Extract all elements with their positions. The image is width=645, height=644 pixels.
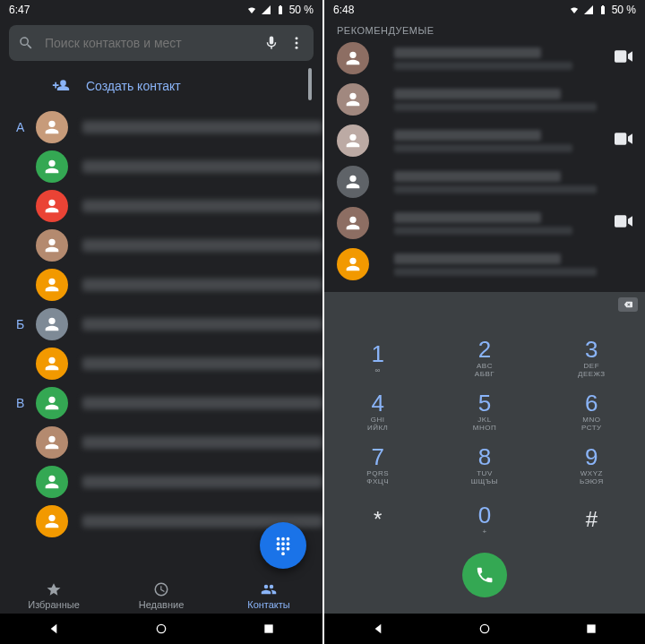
contact-name-blurred [82,200,322,212]
dialpad-fab[interactable] [260,522,306,569]
recommended-row[interactable] [324,120,645,161]
contact-name-blurred [82,318,322,331]
svg-point-6 [277,542,280,545]
contact-info-blurred [394,89,632,111]
contact-row[interactable]: . [0,265,322,305]
avatar [36,190,68,222]
recommended-row[interactable] [324,38,645,79]
dialpad-key-2[interactable]: 2ABC АБВГ [431,331,538,385]
contact-row[interactable]: . [0,147,322,186]
dialpad-key-4[interactable]: 4GHI ИЙКЛ [324,385,431,439]
call-button[interactable] [462,553,507,597]
contact-info-blurred [394,47,604,70]
contact-row[interactable]: Б [0,305,322,344]
nav-back[interactable] [371,622,385,636]
contacts-list[interactable]: А....Б.В... [0,107,322,580]
dialpad-key-1[interactable]: 1∞ [324,331,431,385]
avatar [36,348,68,380]
key-digit: 9 [585,445,598,468]
nav-back[interactable] [47,622,61,636]
avatar [36,269,68,301]
key-digit: 4 [371,391,383,415]
dialpad-key-*[interactable]: * [324,493,431,546]
avatar [337,125,369,157]
contact-info-blurred [394,171,632,193]
dialpad-key-0[interactable]: 0+ [431,493,538,546]
signal-icon [261,4,271,15]
recommend-list[interactable] [324,38,645,285]
svg-point-5 [287,537,290,541]
phone-icon [475,565,494,585]
contact-name-blurred [82,279,322,291]
contact-name-blurred [82,121,322,133]
contact-row[interactable]: . [0,186,322,226]
recommended-row[interactable] [324,79,645,120]
avatar [36,505,68,537]
more-icon[interactable] [288,35,305,51]
key-digit: 2 [478,338,491,361]
section-letter: . [16,278,36,292]
dialpad-key-8[interactable]: 8TUV ШЩЪЫ [431,439,538,493]
contact-row[interactable]: В [0,383,322,423]
svg-point-3 [277,537,280,541]
android-nav [0,614,322,644]
video-call-icon[interactable] [615,133,632,149]
contact-row[interactable]: . [0,344,322,383]
dialpad-key-5[interactable]: 5JKL МНОП [431,385,538,439]
battery-pct: 50 % [289,4,314,16]
dialpad-key-6[interactable]: 6MNO РСТУ [538,385,645,439]
status-bar: 6:48 50 % [324,0,645,20]
svg-rect-14 [264,624,272,632]
nav-home[interactable] [154,622,168,636]
dialpad-key-#[interactable]: # [538,493,645,546]
nav-recent[interactable] [262,622,276,636]
dialpad-icon [273,536,293,555]
battery-icon [275,4,286,15]
recommended-row[interactable] [324,244,645,285]
video-call-icon[interactable] [615,215,632,231]
avatar [337,166,369,198]
clock-icon [153,581,169,597]
contact-row[interactable]: . [0,226,322,265]
create-contact-label: Создать контакт [86,79,181,93]
clock: 6:48 [333,4,354,16]
contact-row[interactable]: . [0,462,322,502]
nav-home[interactable] [477,622,492,636]
svg-point-9 [277,547,280,551]
dialpad-key-9[interactable]: 9WXYZ ЬЭЮЯ [538,439,645,493]
dialpad-key-7[interactable]: 7PQRS ФХЦЧ [324,439,431,493]
key-letters: + [482,528,486,537]
recommended-row[interactable] [324,161,645,202]
avatar [36,387,68,419]
contact-row[interactable]: А [0,107,322,147]
section-letter: . [16,514,36,528]
section-letter: . [16,356,36,371]
tab-favorites[interactable]: Избранные [0,578,108,614]
tab-contacts[interactable]: Контакты [215,578,322,614]
section-letter: А [16,120,36,134]
search-bar[interactable] [9,25,314,61]
recommended-row[interactable] [324,202,645,244]
svg-rect-16 [588,624,596,632]
tab-recent[interactable]: Недавние [108,578,215,614]
contact-name-blurred [82,436,322,449]
video-call-icon[interactable] [615,50,632,66]
create-contact-row[interactable]: Создать контакт [0,66,322,106]
svg-point-1 [296,42,298,45]
clock: 6:47 [9,4,30,16]
key-letters: DEF ДЕЕЖЗ [578,363,606,379]
dialpad-key-3[interactable]: 3DEF ДЕЕЖЗ [538,331,645,385]
mic-icon[interactable] [263,35,280,51]
scroll-thumb[interactable] [308,68,312,100]
key-digit: 5 [478,391,491,415]
backspace-button[interactable] [618,297,638,312]
add-person-icon [52,77,70,95]
avatar [36,150,68,183]
people-icon [261,581,277,597]
contact-info-blurred [394,130,604,152]
search-input[interactable] [43,35,254,51]
avatar [36,111,68,143]
section-letter: . [16,199,36,213]
nav-recent[interactable] [584,622,598,636]
contact-row[interactable]: . [0,423,322,462]
